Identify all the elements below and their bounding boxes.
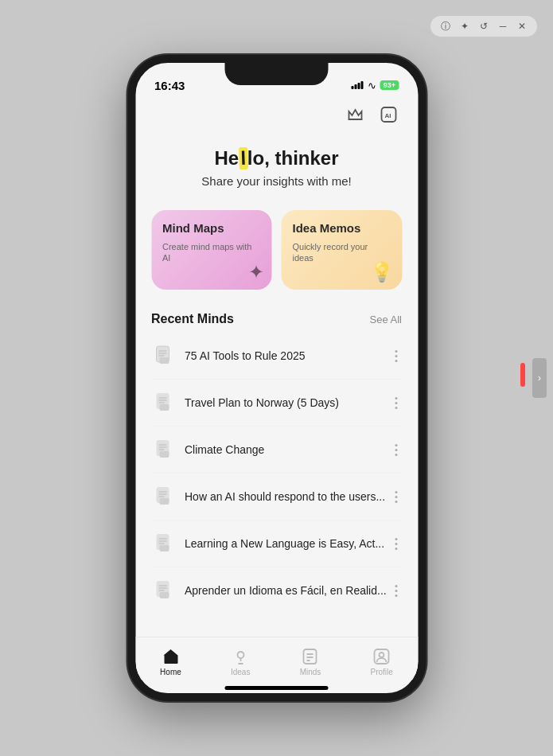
window-frame: ⓘ ✦ ↺ ─ ✕ › 16:43 ∿ 93+ (0, 0, 553, 756)
highlight-letter: l (239, 147, 248, 170)
side-arrow[interactable]: › (532, 358, 547, 398)
item-text-5: Learning a New Language is Easy, Act... (185, 537, 390, 550)
item-icon-6 (151, 578, 177, 603)
scroll-indicator (520, 363, 525, 387)
nav-ideas-label: Ideas (231, 668, 250, 676)
svg-point-33 (237, 652, 243, 658)
idea-memos-deco: 💡 (370, 261, 394, 283)
list-item[interactable]: Travel Plan to Norway (5 Days) (151, 380, 402, 427)
greeting-subtitle: Share your insights with me! (151, 174, 402, 188)
signal-icon (352, 81, 364, 89)
nav-minds-label: Minds (300, 668, 321, 676)
minimize-icon[interactable]: ─ (496, 19, 510, 33)
item-more-6[interactable] (390, 582, 402, 600)
see-all-button[interactable]: See All (370, 314, 402, 325)
greeting-section: Hello, thinker Share your insights with … (151, 131, 402, 207)
list-item[interactable]: Learning a New Language is Easy, Act... (151, 520, 402, 567)
item-text-2: Travel Plan to Norway (5 Days) (185, 396, 390, 409)
list-item[interactable]: How an AI should respond to the users... (151, 473, 402, 520)
mind-maps-card[interactable]: Mind Maps Create mind maps with AI ✦ (151, 210, 272, 290)
svg-text:AI: AI (384, 112, 391, 119)
svg-rect-34 (304, 649, 317, 664)
nav-minds[interactable]: Minds (292, 644, 329, 680)
item-more-3[interactable] (390, 441, 402, 459)
close-icon[interactable]: ✕ (515, 19, 529, 33)
nav-home-label: Home (160, 668, 181, 676)
svg-point-39 (380, 653, 384, 657)
idea-memos-card[interactable]: Idea Memos Quickly record your ideas 💡 (282, 210, 403, 290)
info-icon[interactable]: ⓘ (438, 19, 453, 33)
svg-rect-32 (159, 592, 169, 598)
item-icon-5 (151, 531, 177, 556)
list-item[interactable]: Climate Change (151, 427, 402, 473)
wifi-icon: ∿ (368, 80, 376, 92)
list-item[interactable]: 75 AI Tools to Rule 2025 (151, 333, 402, 380)
nav-profile-label: Profile (371, 668, 393, 676)
item-more-5[interactable] (390, 535, 402, 553)
cards-row: Mind Maps Create mind maps with AI ✦ Ide… (151, 210, 402, 290)
item-text-6: Aprender un Idioma es Fácil, en Realid..… (185, 584, 390, 597)
svg-rect-27 (159, 545, 169, 551)
bottom-nav: Home Ideas Minds (135, 637, 418, 680)
main-content: Hello, thinker Share your insights with … (135, 131, 418, 637)
list-item[interactable]: Aprender un Idioma es Fácil, en Realid..… (151, 567, 402, 614)
battery-indicator: 93+ (380, 80, 399, 90)
mind-maps-deco: ✦ (248, 261, 264, 283)
home-indicator (225, 686, 329, 690)
item-more-1[interactable] (390, 347, 402, 365)
item-more-4[interactable] (390, 488, 402, 506)
status-icons: ∿ 93+ (352, 80, 399, 92)
item-text-3: Climate Change (185, 443, 390, 456)
mind-maps-title: Mind Maps (162, 221, 261, 235)
item-text-1: 75 AI Tools to Rule 2025 (185, 349, 390, 362)
item-icon-1 (151, 343, 177, 368)
nav-ideas[interactable]: Ideas (223, 644, 258, 680)
mind-maps-subtitle: Create mind maps with AI (162, 241, 261, 264)
svg-rect-7 (159, 357, 169, 364)
item-text-4: How an AI should respond to the users... (185, 490, 390, 503)
item-more-2[interactable] (390, 394, 402, 412)
status-bar: 16:43 ∿ 93+ (135, 63, 418, 98)
nav-home[interactable]: Home (152, 644, 189, 680)
status-time: 16:43 (154, 79, 185, 92)
ai-button[interactable]: AI (375, 101, 402, 128)
top-actions: AI (135, 98, 418, 131)
recent-minds-title: Recent Minds (151, 312, 234, 326)
star-icon[interactable]: ✦ (458, 19, 472, 33)
recent-minds-header: Recent Minds See All (151, 312, 402, 326)
refresh-icon[interactable]: ↺ (477, 19, 491, 33)
greeting-hello: Hello, thinker (151, 147, 402, 170)
item-icon-4 (151, 484, 177, 509)
item-icon-3 (151, 437, 177, 462)
greeting-text: Hello, thinker (214, 147, 338, 169)
item-icon-2 (151, 390, 177, 415)
idea-memos-title: Idea Memos (293, 221, 391, 235)
recent-minds-list: 75 AI Tools to Rule 2025 (151, 333, 402, 614)
crown-button[interactable] (341, 101, 368, 128)
svg-rect-17 (159, 451, 169, 458)
svg-rect-12 (159, 404, 169, 411)
window-controls: ⓘ ✦ ↺ ─ ✕ (430, 16, 537, 37)
phone-frame: 16:43 ∿ 93+ (127, 55, 426, 701)
svg-rect-22 (159, 498, 169, 505)
nav-profile[interactable]: Profile (363, 644, 401, 680)
